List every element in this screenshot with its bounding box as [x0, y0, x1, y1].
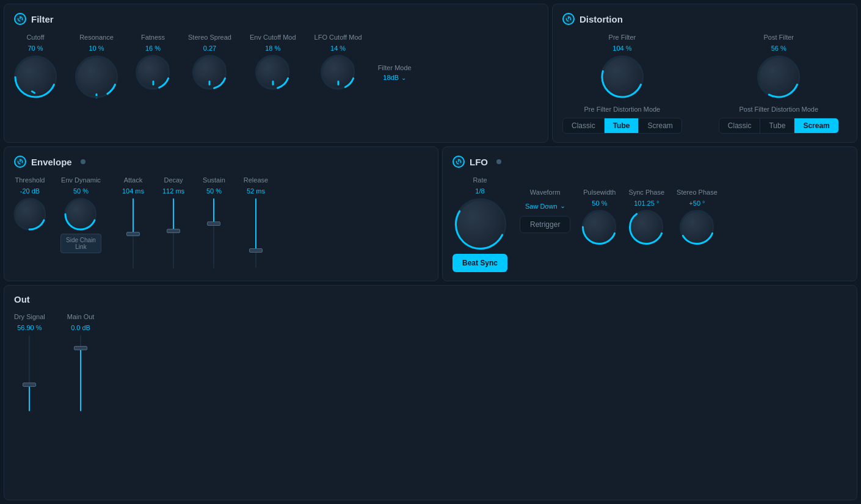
lfo-status-dot [496, 159, 501, 164]
post-classic-button[interactable]: Classic [719, 118, 761, 133]
sustain-slider-group: Sustain 50 % [203, 176, 225, 272]
pre-classic-button[interactable]: Classic [563, 118, 605, 133]
filter-power-button[interactable] [14, 13, 26, 25]
attack-slider-group: Attack 104 ms [122, 176, 144, 272]
filter-mode-dropdown[interactable]: 18dB ⌄ [383, 74, 406, 81]
beat-sync-button[interactable]: Beat Sync [452, 254, 507, 272]
resonance-knob[interactable] [75, 56, 118, 98]
pre-filter-distortion-label: Pre Filter Distortion Mode [584, 106, 661, 113]
sync-phase-label: Sync Phase [628, 189, 664, 196]
envelope-panel: Envelope Threshold -20 dB [4, 146, 438, 281]
threshold-label: Threshold [15, 176, 45, 184]
pre-filter-value: 104 % [612, 45, 631, 52]
distortion-title: Distortion [579, 14, 623, 24]
dry-signal-value: 56.90 % [17, 324, 42, 331]
stereo-spread-knob-group: Stereo Spread 0.27 [188, 34, 231, 89]
attack-slider[interactable] [132, 198, 134, 272]
post-filter-knob[interactable] [757, 56, 800, 98]
pre-scream-button[interactable]: Scream [639, 118, 681, 133]
sustain-slider-handle[interactable] [207, 221, 220, 226]
out-sliders-row: Dry Signal 56.90 % Main Out 0.0 dB [14, 313, 847, 414]
pulsewidth-label: Pulsewidth [583, 189, 616, 196]
post-scream-button[interactable]: Scream [794, 118, 838, 133]
env-dynamic-label: Env Dynamic [61, 176, 101, 184]
filter-mode-chevron: ⌄ [401, 74, 406, 81]
release-slider-handle[interactable] [249, 248, 263, 253]
pulsewidth-value: 50 % [592, 200, 607, 207]
decay-slider-group: Decay 112 ms [162, 176, 184, 272]
out-panel: Out Dry Signal 56.90 % Main Out 0.0 dB [4, 285, 857, 500]
threshold-value: -20 dB [20, 187, 40, 195]
pre-filter-knob[interactable] [601, 56, 644, 98]
lfo-cutoff-mod-value: 14 % [330, 45, 346, 52]
fatness-knob[interactable] [136, 56, 170, 89]
fatness-knob-group: Fatness 16 % [136, 34, 170, 89]
retrigger-button[interactable]: Retrigger [520, 216, 570, 233]
pre-filter-label: Pre Filter [609, 34, 636, 41]
stereo-phase-knob-group: Stereo Phase +50 ° [677, 189, 718, 244]
env-cutoff-mod-knob[interactable] [256, 56, 289, 89]
lfo-rate-label: Rate [473, 176, 487, 184]
pulsewidth-knob-group: Pulsewidth 50 % [583, 189, 616, 244]
stereo-phase-knob[interactable] [680, 211, 714, 244]
distortion-power-button[interactable] [562, 13, 575, 25]
cutoff-knob-group: Cutoff 70 % [14, 34, 57, 98]
env-cutoff-mod-label: Env Cutoff Mod [250, 34, 296, 41]
filter-mode-value: 18dB [383, 74, 399, 81]
lfo-rate-section: Rate 1/8 Beat Sync [452, 176, 507, 272]
decay-slider[interactable] [172, 198, 175, 272]
attack-label: Attack [124, 176, 143, 184]
stereo-spread-value: 0.27 [203, 45, 216, 52]
filter-knobs-row: Cutoff 70 % [14, 34, 362, 98]
sustain-slider[interactable] [213, 198, 215, 272]
resonance-label: Resonance [79, 34, 114, 41]
envelope-title: Envelope [31, 157, 72, 167]
main-out-slider-group: Main Out 0.0 dB [67, 313, 95, 414]
dry-signal-slider[interactable] [28, 335, 31, 414]
lfo-waveform-chevron: ⌄ [560, 202, 565, 210]
stereo-phase-label: Stereo Phase [677, 189, 718, 196]
lfo-waveform-value: Saw Down [525, 203, 558, 210]
env-dynamic-knob[interactable] [65, 198, 96, 230]
lfo-rate-knob[interactable] [454, 198, 506, 250]
dry-signal-label: Dry Signal [14, 313, 45, 320]
post-filter-label: Post Filter [764, 34, 794, 41]
main-out-slider[interactable] [79, 335, 82, 414]
cutoff-knob[interactable] [14, 56, 57, 98]
release-slider[interactable] [255, 198, 257, 272]
resonance-value: 10 % [89, 45, 104, 52]
adsr-sliders: Attack 104 ms Decay 112 ms [122, 176, 268, 272]
sync-phase-knob[interactable] [630, 211, 663, 244]
env-dynamic-value: 50 % [73, 187, 89, 195]
lfo-power-button[interactable] [452, 156, 465, 168]
dry-signal-slider-handle[interactable] [23, 383, 36, 387]
envelope-status-dot [81, 159, 85, 164]
pre-filter-section: Pre Filter 104 % Pre Filter Distortion M… [562, 34, 682, 134]
stereo-spread-label: Stereo Spread [188, 34, 231, 41]
decay-slider-handle[interactable] [167, 229, 180, 233]
stereo-spread-knob[interactable] [193, 56, 227, 89]
env-cutoff-mod-value: 18 % [265, 45, 280, 52]
lfo-cutoff-mod-knob-group: LFO Cutoff Mod 14 % [314, 34, 362, 89]
main-out-value: 0.0 dB [71, 324, 90, 331]
threshold-knob-group: Threshold -20 dB [14, 176, 46, 230]
sync-phase-knob-group: Sync Phase 101.25 ° [628, 189, 664, 244]
attack-slider-handle[interactable] [126, 232, 140, 236]
lfo-waveform-dropdown[interactable]: Saw Down ⌄ [525, 202, 565, 210]
main-out-slider-handle[interactable] [74, 346, 87, 350]
sustain-label: Sustain [203, 176, 225, 184]
lfo-cutoff-mod-knob[interactable] [321, 56, 355, 89]
lfo-waveform-label: Waveform [530, 189, 561, 196]
lfo-title: LFO [470, 157, 488, 167]
fatness-label: Fatness [141, 34, 165, 41]
side-chain-link-button[interactable]: Side ChainLink [60, 234, 101, 253]
main-out-label: Main Out [67, 313, 95, 320]
pre-tube-button[interactable]: Tube [605, 118, 639, 133]
threshold-knob[interactable] [14, 198, 46, 230]
stereo-phase-value: +50 ° [689, 200, 705, 207]
dry-signal-slider-group: Dry Signal 56.90 % [14, 313, 45, 414]
envelope-power-button[interactable] [14, 156, 26, 168]
pulsewidth-knob[interactable] [583, 211, 616, 244]
release-label: Release [244, 176, 268, 184]
post-tube-button[interactable]: Tube [760, 118, 794, 133]
